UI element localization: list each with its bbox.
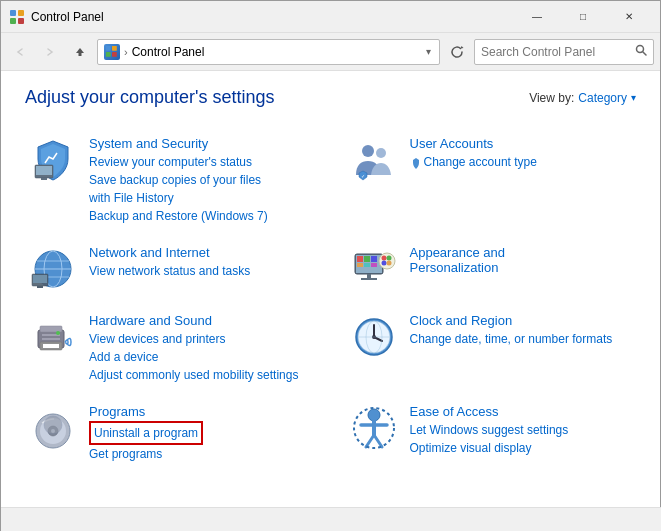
category-item-system: System and Security Review your computer… [25,128,316,233]
view-by: View by: Category ▾ [529,91,636,105]
toolbar: › Control Panel ▾ [1,33,660,71]
view-by-value[interactable]: Category [578,91,627,105]
address-bar-icon [104,44,120,60]
programs-icon [29,404,77,452]
svg-text:✓: ✓ [361,173,365,179]
system-link-1[interactable]: Review your computer's status [89,153,312,171]
svg-point-15 [376,148,386,158]
view-by-arrow: ▾ [631,92,636,103]
hardware-sound-title[interactable]: Hardware and Sound [89,313,312,328]
hardware-sound-content: Hardware and Sound View devices and prin… [89,313,312,384]
programs-link-1[interactable]: Uninstall a program [89,421,203,445]
svg-rect-31 [364,263,370,267]
svg-point-35 [379,253,395,269]
svg-point-46 [56,331,60,335]
ease-link-2[interactable]: Optimize visual display [410,439,633,457]
svg-point-37 [386,256,391,261]
category-item-appearance: Appearance andPersonalization [346,237,637,301]
svg-rect-23 [33,275,47,283]
svg-rect-4 [79,53,82,56]
search-box[interactable] [474,39,654,65]
close-button[interactable]: ✕ [606,1,652,33]
svg-rect-6 [112,45,117,50]
user-accounts-icon: ✓ [350,136,398,184]
system-link-2[interactable]: Save backup copies of your fileswith Fil… [89,171,312,207]
statusbar [1,507,661,531]
svg-rect-27 [357,256,363,262]
svg-rect-3 [18,18,24,24]
svg-line-10 [643,52,647,56]
programs-link-2[interactable]: Get programs [89,445,312,463]
svg-rect-1 [18,10,24,16]
svg-point-14 [362,145,374,157]
address-separator: › [124,46,128,58]
svg-rect-8 [112,52,117,57]
address-dropdown-button[interactable]: ▾ [424,44,433,59]
view-by-label: View by: [529,91,574,105]
network-internet-content: Network and Internet View network status… [89,245,312,280]
clock-region-icon [350,313,398,361]
search-button[interactable] [635,44,647,59]
appearance-icon [350,245,398,293]
system-link-3[interactable]: Backup and Restore (Windows 7) [89,207,312,225]
category-item-user: ✓ User Accounts Change account type [346,128,637,233]
network-link-1[interactable]: View network status and tasks [89,262,312,280]
svg-rect-13 [41,178,47,180]
minimize-button[interactable]: — [514,1,560,33]
titlebar-title: Control Panel [31,10,514,24]
clock-region-content: Clock and Region Change date, time, or n… [410,313,633,348]
system-security-title[interactable]: System and Security [89,136,312,151]
hardware-link-2[interactable]: Add a device [89,348,312,366]
appearance-title[interactable]: Appearance andPersonalization [410,245,633,275]
address-text: Control Panel [132,45,420,59]
ease-link-1[interactable]: Let Windows suggest settings [410,421,633,439]
categories-grid: System and Security Review your computer… [25,128,636,471]
category-item-programs: Programs Uninstall a program Get program… [25,396,316,471]
svg-point-58 [44,416,62,434]
svg-rect-32 [371,263,377,267]
svg-rect-45 [40,326,62,332]
back-button[interactable] [7,39,33,65]
svg-rect-29 [371,256,377,262]
category-item-hardware: Hardware and Sound View devices and prin… [25,305,316,392]
system-security-icon [29,136,77,184]
forward-button[interactable] [37,39,63,65]
page-title: Adjust your computer's settings [25,87,275,108]
svg-rect-12 [36,166,52,175]
user-link-1[interactable]: Change account type [410,153,633,171]
programs-content: Programs Uninstall a program Get program… [89,404,312,463]
ease-access-title[interactable]: Ease of Access [410,404,633,419]
address-bar: › Control Panel ▾ [97,39,440,65]
svg-rect-42 [42,338,60,340]
category-item-clock: Clock and Region Change date, time, or n… [346,305,637,392]
svg-rect-0 [10,10,16,16]
main-content: Adjust your computer's settings View by:… [1,71,660,508]
maximize-button[interactable]: □ [560,1,606,33]
search-input[interactable] [481,45,631,59]
clock-region-title[interactable]: Clock and Region [410,313,633,328]
refresh-button[interactable] [444,39,470,65]
ease-access-icon [350,404,398,452]
svg-point-36 [381,256,386,261]
titlebar-icon [9,9,25,25]
up-button[interactable] [67,39,93,65]
svg-rect-28 [364,256,370,262]
svg-point-38 [381,261,386,266]
user-accounts-title[interactable]: User Accounts [410,136,633,151]
svg-rect-44 [43,344,59,348]
svg-rect-5 [106,45,111,50]
programs-title[interactable]: Programs [89,404,312,419]
svg-point-39 [386,261,391,266]
content-header: Adjust your computer's settings View by:… [25,87,636,108]
clock-link-1[interactable]: Change date, time, or number formats [410,330,633,348]
network-internet-title[interactable]: Network and Internet [89,245,312,260]
hardware-link-1[interactable]: View devices and printers [89,330,312,348]
system-security-content: System and Security Review your computer… [89,136,312,225]
svg-rect-2 [10,18,16,24]
user-accounts-content: User Accounts Change account type [410,136,633,171]
svg-rect-30 [357,263,363,267]
network-internet-icon [29,245,77,293]
hardware-sound-icon [29,313,77,361]
category-item-network: Network and Internet View network status… [25,237,316,301]
hardware-link-3[interactable]: Adjust commonly used mobility settings [89,366,312,384]
